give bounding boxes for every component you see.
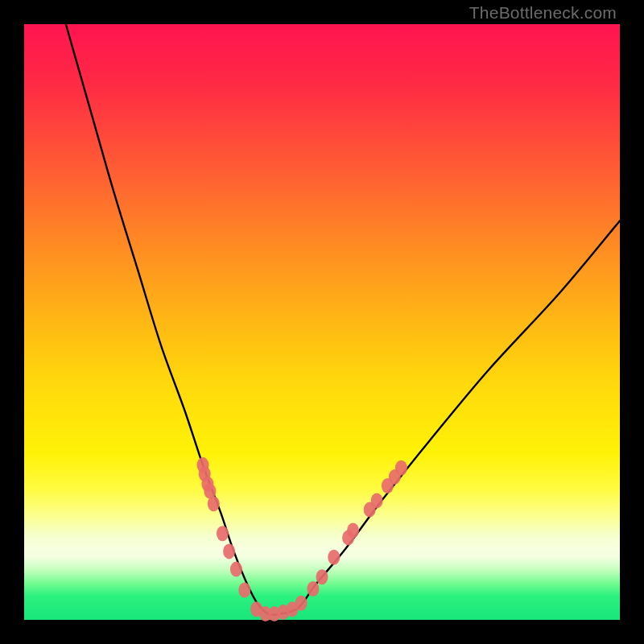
highlight-dots bbox=[197, 457, 407, 621]
watermark-text: TheBottleneck.com bbox=[469, 3, 617, 23]
highlight-dot bbox=[347, 523, 359, 539]
highlight-dot bbox=[328, 550, 340, 565]
highlight-dot bbox=[395, 460, 407, 476]
highlight-dot bbox=[238, 583, 250, 598]
chart-frame: TheBottleneck.com bbox=[0, 0, 644, 644]
highlight-dot bbox=[295, 596, 308, 611]
highlight-dot bbox=[230, 562, 242, 577]
highlight-dot bbox=[371, 493, 383, 509]
highlight-dot bbox=[217, 526, 229, 541]
highlight-dot bbox=[208, 496, 220, 511]
highlight-dot bbox=[307, 581, 319, 597]
highlight-dot bbox=[223, 543, 235, 559]
bottleneck-curve bbox=[66, 24, 620, 615]
chart-svg bbox=[24, 24, 620, 620]
highlight-dot bbox=[316, 569, 328, 584]
